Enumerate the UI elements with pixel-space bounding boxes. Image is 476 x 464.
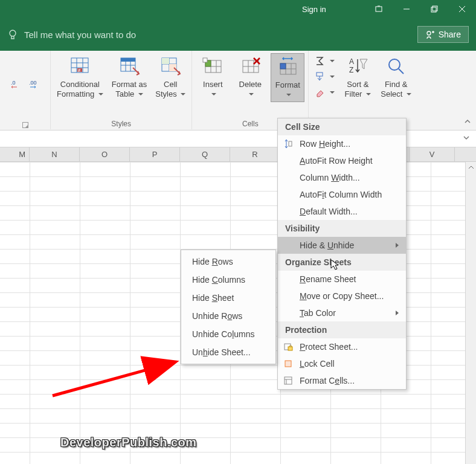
- tellme-label: Tell me what you want to do: [24, 30, 136, 40]
- menu-label: Hide Sheet: [192, 293, 234, 303]
- svg-point-7: [427, 31, 431, 35]
- clear-button[interactable]: [312, 86, 337, 99]
- col-header[interactable]: N: [30, 147, 80, 161]
- collapse-ribbon-button[interactable]: [464, 118, 471, 125]
- col-header[interactable]: Q: [180, 147, 230, 161]
- svg-rect-50: [285, 377, 292, 384]
- insert-button[interactable]: Insert: [196, 53, 230, 101]
- menu-label: Unhide Sheet...: [192, 347, 251, 357]
- submenu-item-unhide-sheet[interactable]: Unhide Sheet...: [181, 343, 275, 361]
- format-label: Format: [275, 80, 300, 99]
- increase-decimal-button[interactable]: .00: [27, 77, 42, 91]
- cell-styles-icon: [159, 56, 181, 77]
- delete-button[interactable]: Delete: [233, 53, 267, 101]
- find-select-label: Find & Select: [381, 80, 411, 98]
- find-select-button[interactable]: Find & Select: [378, 53, 414, 101]
- submenu-item-hide-rows[interactable]: Hide Rows: [181, 253, 275, 271]
- svg-text:.00: .00: [29, 80, 37, 86]
- minimize-button[interactable]: [393, 0, 420, 18]
- cells-group-label: Cells: [242, 120, 259, 129]
- format-cells-icon: [283, 375, 294, 386]
- fill-button[interactable]: [312, 70, 337, 83]
- submenu-item-unhide-columns[interactable]: Unhide Columns: [181, 325, 275, 343]
- scroll-up-button[interactable]: [466, 162, 476, 173]
- conditional-formatting-label: Conditional Formatting: [57, 80, 103, 98]
- cell-styles-button[interactable]: Cell Styles: [153, 53, 188, 101]
- col-header[interactable]: R: [230, 147, 280, 161]
- expand-formula-bar[interactable]: [463, 134, 470, 141]
- menu-label: Hide & Unhide: [300, 240, 354, 250]
- col-header[interactable]: M: [0, 147, 30, 161]
- sort-filter-button[interactable]: AZ Sort & Filter: [341, 53, 375, 101]
- row-height-icon: [283, 138, 294, 149]
- format-button[interactable]: Format: [271, 53, 304, 102]
- close-button[interactable]: [448, 0, 476, 18]
- menu-label: Lock Cell: [300, 359, 335, 369]
- menu-label: Format Cells...: [300, 376, 355, 385]
- menu-header-organize: Organize Sheets: [278, 254, 406, 271]
- menu-item-tab-color[interactable]: Tab Color: [278, 304, 406, 321]
- menu-item-move-copy-sheet[interactable]: Move or Copy Sheet...: [278, 288, 406, 304]
- restore-button[interactable]: [420, 0, 448, 18]
- menu-label: Move or Copy Sheet...: [300, 291, 384, 301]
- eraser-icon: [315, 87, 326, 98]
- signin-link[interactable]: Sign in: [302, 5, 326, 14]
- submenu-item-hide-sheet[interactable]: Hide Sheet: [181, 289, 275, 307]
- col-header[interactable]: V: [410, 147, 455, 161]
- submenu-arrow-icon: [396, 311, 399, 315]
- format-dropdown-menu: Cell Size Row Height... AutoFit Row Heig…: [277, 118, 407, 390]
- svg-rect-18: [121, 58, 135, 62]
- number-dialog-launcher[interactable]: [22, 122, 28, 128]
- svg-text:A: A: [349, 57, 354, 66]
- find-select-icon: [385, 56, 407, 77]
- menu-label: AutoFit Column Width: [300, 190, 382, 199]
- submenu-arrow-icon: [396, 243, 399, 248]
- conditional-formatting-icon: ≠: [69, 56, 91, 77]
- svg-text:≠: ≠: [78, 68, 81, 73]
- svg-text:.0: .0: [11, 80, 16, 86]
- autosum-button[interactable]: [312, 54, 337, 68]
- decrease-decimal-icon: .0: [11, 79, 22, 89]
- menu-item-rename-sheet[interactable]: Rename Sheet: [278, 271, 406, 288]
- svg-rect-0: [376, 7, 382, 11]
- menu-label: Tab Color: [300, 308, 336, 318]
- format-as-table-label: Format as Table: [112, 80, 147, 98]
- col-header[interactable]: O: [80, 147, 130, 161]
- menu-header-cell-size: Cell Size: [278, 118, 406, 135]
- menu-item-row-height[interactable]: Row Height...: [278, 135, 406, 152]
- menu-item-format-cells[interactable]: Format Cells...: [278, 372, 406, 389]
- vertical-scrollbar[interactable]: [465, 162, 476, 464]
- svg-rect-3: [431, 7, 436, 12]
- menu-item-autofit-row[interactable]: AutoFit Row Height: [278, 152, 406, 169]
- decrease-decimal-button[interactable]: .0: [8, 77, 24, 91]
- menu-item-protect-sheet[interactable]: Protect Sheet...: [278, 338, 406, 355]
- format-icon: [277, 56, 298, 78]
- tellme-input[interactable]: Tell me what you want to do: [7, 29, 136, 40]
- menu-header-visibility: Visibility: [278, 220, 406, 237]
- svg-rect-48: [288, 347, 292, 350]
- menu-item-default-width[interactable]: Default Width...: [278, 203, 406, 220]
- submenu-item-unhide-rows[interactable]: Unhide Rows: [181, 307, 275, 325]
- svg-rect-46: [289, 141, 292, 146]
- submenu-item-hide-columns[interactable]: Hide Columns: [181, 271, 275, 289]
- col-header[interactable]: P: [130, 147, 180, 161]
- sort-filter-icon: AZ: [347, 56, 368, 77]
- ribbon-display-button[interactable]: [365, 0, 393, 18]
- menu-item-lock-cell[interactable]: Lock Cell: [278, 355, 406, 372]
- svg-point-45: [389, 59, 400, 70]
- svg-rect-41: [280, 63, 286, 69]
- insert-label: Insert: [203, 80, 223, 98]
- format-as-table-button[interactable]: Format as Table: [109, 53, 150, 101]
- menu-item-column-width[interactable]: Column Width...: [278, 169, 406, 186]
- svg-rect-25: [162, 58, 169, 64]
- lock-cell-icon: [283, 358, 294, 369]
- menu-label: Row Height...: [300, 139, 350, 149]
- conditional-formatting-button[interactable]: ≠ Conditional Formatting: [54, 53, 106, 101]
- menu-item-hide-unhide[interactable]: Hide & Unhide: [278, 237, 406, 254]
- menu-label: Hide Rows: [192, 257, 233, 266]
- menu-item-autofit-column[interactable]: AutoFit Column Width: [278, 186, 406, 203]
- hide-unhide-submenu: Hide Rows Hide Columns Hide Sheet Unhide…: [181, 250, 276, 364]
- format-as-table-icon: [118, 56, 140, 77]
- share-button[interactable]: Share: [417, 26, 469, 43]
- share-label: Share: [439, 30, 461, 39]
